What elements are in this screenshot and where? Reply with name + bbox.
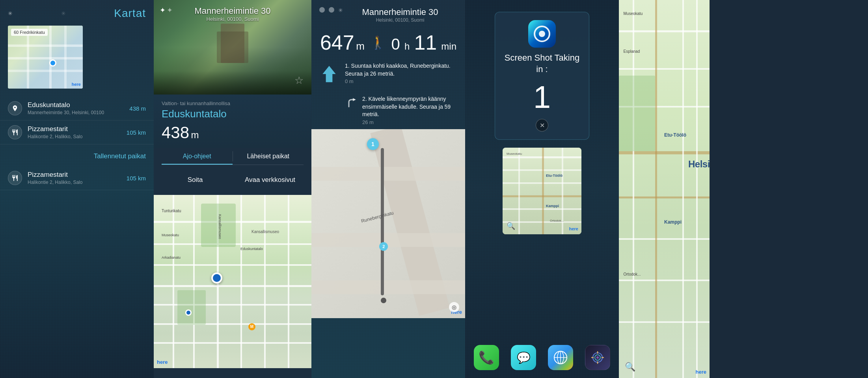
nav-route-line bbox=[381, 148, 384, 295]
p4-label-ortodok: Ortodok... bbox=[550, 219, 564, 222]
park-area bbox=[619, 76, 655, 151]
photo-stars-area: ✦ ✦ bbox=[160, 6, 173, 15]
map-large[interactable]: here Tunturikatu Museokatu Arkadianatu K… bbox=[154, 195, 311, 368]
nav-distance-display: 647 m bbox=[320, 31, 365, 54]
p5-museokatu-label: Museokatu bbox=[624, 11, 643, 16]
location-item-2[interactable]: Pizzamestarit Halikontie 2, Halikko, Sal… bbox=[0, 120, 154, 145]
nav-time-min-unit: min bbox=[441, 41, 456, 52]
panel-navigation: ✳ Mannerheimintie 30 Helsinki, 00100, Su… bbox=[311, 0, 465, 378]
place-category: Valtion- tai kunnanhallinnollisa bbox=[162, 100, 304, 106]
asterisk-icon-2: ✳ bbox=[61, 10, 67, 17]
saved-fork-icon bbox=[8, 171, 22, 185]
nav-map[interactable]: Runeberginkatu 1 2 here ◎ bbox=[311, 129, 465, 318]
nav-destination: Mannerheimintie 30 Helsinki, 00100, Suom… bbox=[343, 7, 457, 23]
place-distance-number: 438 bbox=[162, 123, 189, 142]
panel1-title: Kartat bbox=[114, 7, 146, 20]
nav-steps-section: 1. Suuntaa kohti kaakkoa, Runeberginkatu… bbox=[311, 58, 465, 93]
star-icon-1: ✦ bbox=[160, 6, 166, 15]
map-label-4: Kansallismuseo bbox=[218, 214, 222, 239]
screenshot-close-button[interactable]: ✕ bbox=[536, 119, 548, 132]
map-label-6: Kansallismuseo bbox=[251, 230, 279, 234]
dock-camera-icon[interactable] bbox=[585, 345, 610, 370]
saved-location-addr: Halikontie 2, Halikko, Salo bbox=[28, 180, 123, 185]
nav-title-row: ✳ Mannerheimintie 30 Helsinki, 00100, Su… bbox=[319, 7, 457, 23]
map-secondary-dot bbox=[185, 309, 192, 316]
photo-title-area: Mannerheimintie 30 Helsinki, 00100, Suom… bbox=[154, 6, 311, 22]
location-info-1: Eduskuntatalo Mannerheimintie 30, Helsin… bbox=[28, 101, 125, 115]
nav-dest-addr: Helsinki, 00100, Suomi bbox=[343, 17, 457, 23]
walk-icon: 🚶 bbox=[370, 35, 386, 50]
dock-browser-icon[interactable] bbox=[548, 345, 573, 370]
place-photo: Mannerheimintie 30 Helsinki, 00100, Suom… bbox=[154, 0, 311, 94]
photo-overlay bbox=[154, 71, 311, 94]
map-label-1: Tunturikatu bbox=[162, 209, 181, 213]
panel1-header: ✳ ✳ Kartat bbox=[0, 0, 154, 24]
map-label-3: Arkadianatu bbox=[162, 256, 181, 259]
p5-helsinki-label: Helsin bbox=[688, 159, 710, 170]
location-list: Eduskuntatalo Mannerheimintie 30, Helsin… bbox=[0, 94, 154, 146]
place-distance-unit: m bbox=[191, 130, 199, 140]
dock-phone-icon[interactable]: 📞 bbox=[474, 345, 499, 370]
map-location-dot bbox=[49, 59, 56, 67]
compass-icon: ◎ bbox=[449, 302, 459, 312]
btn-call[interactable]: Soita bbox=[162, 172, 229, 188]
photo-title-main: Mannerheimintie 30 bbox=[154, 6, 311, 16]
location-info-2: Pizzamestarit Halikontie 2, Halikko, Sal… bbox=[28, 125, 123, 139]
saved-location-list: Pizzamestarit Halikontie 2, Halikko, Sal… bbox=[0, 164, 154, 192]
p4-label-kamppi: Kamppi bbox=[546, 204, 559, 208]
nav-time-hours: 0 bbox=[391, 35, 400, 53]
nav-steps-list: 1. Suuntaa kohti kaakkoa, Runeberginkatu… bbox=[345, 62, 457, 91]
nav-time-mins: 11 bbox=[414, 31, 437, 54]
location-dist-1: 438 m bbox=[129, 105, 146, 112]
screenshot-title: Screen Shot Taking in : bbox=[503, 52, 581, 75]
p5-esplanad-label: Esplanad bbox=[624, 49, 640, 54]
nav-time-display: 0 h 11 min bbox=[391, 31, 457, 54]
panel-maps: ✳ ✳ Kartat 60 Fredrikinkatu here Eduskun… bbox=[0, 0, 154, 378]
map-label-5: Eduskuntatalo bbox=[240, 247, 263, 251]
search-icon-map[interactable]: 🔍 bbox=[507, 222, 515, 230]
waypoint-1: 1 bbox=[367, 138, 379, 150]
p5-ortodok-label: Ortodok... bbox=[624, 272, 641, 276]
nav-step-1-text: 1. Suuntaa kohti kaakkoa, Runeberginkatu… bbox=[345, 62, 457, 78]
tab-directions[interactable]: Ajo-ohjeet bbox=[162, 148, 233, 165]
map-main-dot bbox=[211, 272, 222, 284]
here-logo-1: here bbox=[72, 82, 81, 87]
panel-full-map[interactable]: Museokatu Esplanad Etu-Töölö Kamppi Orto… bbox=[619, 0, 710, 378]
nav-step-1-dist: 0 m bbox=[345, 78, 457, 84]
nav-distance-unit: m bbox=[356, 40, 365, 52]
location-item-1[interactable]: Eduskuntatalo Mannerheimintie 30, Helsin… bbox=[0, 96, 154, 120]
here-logo-5: here bbox=[696, 369, 706, 375]
location-name-1: Eduskuntatalo bbox=[28, 101, 125, 109]
app-dock: 📞 💬 bbox=[474, 345, 610, 370]
location-addr-2: Halikontie 2, Halikko, Salo bbox=[28, 134, 123, 139]
location-addr-1: Mannerheimintie 30, Helsinki, 00100 bbox=[28, 110, 125, 115]
nav-up-arrow bbox=[319, 64, 339, 85]
saved-location-dist: 105 km bbox=[127, 175, 146, 182]
saved-location-info: Pizzamestarit Halikontie 2, Halikko, Sal… bbox=[28, 171, 123, 185]
here-logo-4: here bbox=[569, 226, 578, 231]
panel4-map-thumb[interactable]: Museokatu Etu-Töölö Kamppi Ortodok... 🔍 … bbox=[503, 148, 581, 234]
btn-website[interactable]: Avaa verkkosivut bbox=[237, 172, 304, 188]
tab-nearby[interactable]: Läheiset paikat bbox=[233, 148, 304, 165]
location-fork-icon-2 bbox=[8, 125, 22, 139]
nav-header: ✳ Mannerheimintie 30 Helsinki, 00100, Su… bbox=[311, 0, 465, 27]
nav-time-h-label: h bbox=[404, 41, 410, 52]
map-search-icon[interactable]: 🔍 bbox=[625, 362, 635, 372]
nav-step-2: 2. Kävele liikenneympyrän käänny ensimmä… bbox=[362, 95, 457, 125]
saved-location-item-1[interactable]: Pizzamestarit Halikontie 2, Halikko, Sal… bbox=[0, 166, 154, 190]
place-distance-large: 438 m bbox=[162, 123, 304, 142]
star-icon-2: ✦ bbox=[167, 6, 173, 15]
location-name-2: Pizzamestarit bbox=[28, 125, 123, 133]
dock-messages-icon[interactable]: 💬 bbox=[511, 345, 536, 370]
runeberginkatu-label: Runeberginkatu bbox=[360, 210, 394, 224]
map-thumbnail[interactable]: 60 Fredrikinkatu here bbox=[8, 26, 83, 89]
nav-asterisk-1: ✳ bbox=[338, 7, 343, 13]
action-buttons: Soita Avaa verkkosivut bbox=[154, 165, 311, 195]
p5-etuTooloo-label: Etu-Töölö bbox=[664, 132, 686, 138]
svg-marker-0 bbox=[322, 66, 335, 82]
map-label: 60 Fredrikinkatu bbox=[11, 29, 48, 36]
app-icon-camera bbox=[528, 20, 556, 48]
p4-label-etuTooloo: Etu-Töölö bbox=[546, 174, 563, 178]
panel-screenshot: Screen Shot Taking in : 1 ✕ Museokatu Et… bbox=[465, 0, 619, 378]
place-info-section: Valtion- tai kunnanhallinnollisa Eduskun… bbox=[154, 94, 311, 148]
